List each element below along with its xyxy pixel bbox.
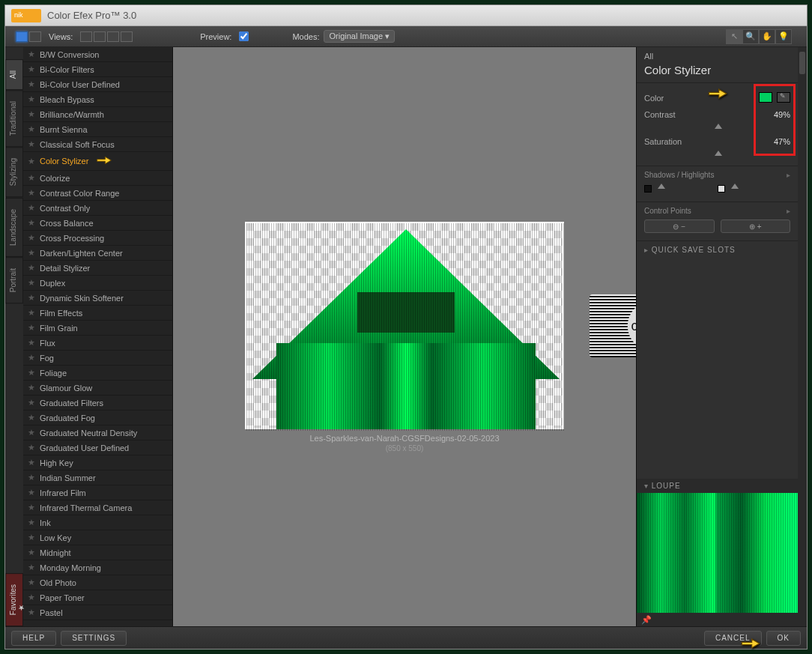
filter-item[interactable]: ★Flux xyxy=(23,336,172,351)
chevron-right-icon[interactable]: ▸ xyxy=(787,207,790,215)
filter-item[interactable]: ★Cross Processing xyxy=(23,231,172,246)
star-icon[interactable]: ★ xyxy=(28,188,35,198)
filter-item[interactable]: ★Indian Summer xyxy=(23,470,172,485)
filter-item[interactable]: ★Ink xyxy=(23,515,172,530)
star-icon[interactable]: ★ xyxy=(28,139,35,149)
filter-item[interactable]: ★Color Stylizer xyxy=(23,152,172,171)
filter-item[interactable]: ★Graduated Filters xyxy=(23,396,172,411)
layout-3[interactable] xyxy=(107,31,119,42)
remove-control-point-button[interactable]: ⊖ − xyxy=(644,219,715,233)
filter-item[interactable]: ★Monday Morning xyxy=(23,560,172,575)
view-mode-1[interactable] xyxy=(16,31,28,42)
filter-item[interactable]: ★B/W Conversion xyxy=(23,47,172,62)
zoom-tool-icon[interactable]: 🔍 xyxy=(742,29,759,44)
category-tab-landscape[interactable]: Landscape xyxy=(5,198,23,257)
category-tab-stylizing[interactable]: Stylizing xyxy=(5,147,23,197)
filter-item[interactable]: ★Fog xyxy=(23,351,172,366)
add-control-point-button[interactable]: ⊕ + xyxy=(721,219,791,233)
layout-2[interactable] xyxy=(94,31,106,42)
preview-checkbox[interactable] xyxy=(239,31,249,41)
filter-item[interactable]: ★Darken/Lighten Center xyxy=(23,246,172,261)
layout-1[interactable] xyxy=(80,31,92,42)
star-icon[interactable]: ★ xyxy=(28,278,35,288)
loupe-preview[interactable] xyxy=(637,493,798,613)
star-icon[interactable]: ★ xyxy=(28,473,35,482)
color-swatch[interactable] xyxy=(759,92,772,103)
help-button[interactable]: HELP xyxy=(11,631,56,646)
star-icon[interactable]: ★ xyxy=(28,233,35,243)
filter-item[interactable]: ★Graduated Fog xyxy=(23,411,172,426)
layout-4[interactable] xyxy=(121,31,133,42)
filter-item[interactable]: ★Contrast Only xyxy=(23,201,172,216)
star-icon[interactable]: ★ xyxy=(28,248,35,258)
chevron-right-icon[interactable]: ▸ xyxy=(787,171,790,179)
filter-item[interactable]: ★Cross Balance xyxy=(23,216,172,231)
filter-item[interactable]: ★Paper Toner xyxy=(23,590,172,605)
star-icon[interactable]: ★ xyxy=(28,563,35,572)
star-icon[interactable]: ★ xyxy=(28,578,35,587)
light-tool-icon[interactable]: 💡 xyxy=(775,29,792,44)
star-icon[interactable]: ★ xyxy=(28,64,35,74)
star-icon[interactable]: ★ xyxy=(28,428,35,437)
settings-button[interactable]: SETTINGS xyxy=(61,631,127,646)
contrast-value[interactable]: 49% xyxy=(774,110,790,119)
star-icon[interactable]: ★ xyxy=(28,323,35,333)
star-icon[interactable]: ★ xyxy=(28,49,35,59)
category-tab-portrait[interactable]: Portrait xyxy=(5,257,23,303)
filter-item[interactable]: ★Film Effects xyxy=(23,306,172,321)
star-icon[interactable]: ★ xyxy=(28,593,35,602)
star-icon[interactable]: ★ xyxy=(28,503,35,512)
star-icon[interactable]: ★ xyxy=(28,308,35,318)
filter-item[interactable]: ★Colorize xyxy=(23,171,172,186)
star-icon[interactable]: ★ xyxy=(28,263,35,273)
star-icon[interactable]: ★ xyxy=(28,218,35,228)
star-icon[interactable]: ★ xyxy=(28,173,35,183)
preview-canvas[interactable]: Les-Sparkles-van-Narah-CGSFDesigns-02-05… xyxy=(173,47,636,626)
saturation-slider[interactable] xyxy=(644,151,790,158)
ok-button[interactable]: OK xyxy=(766,631,801,646)
star-icon[interactable]: ★ xyxy=(28,79,35,89)
category-tab-traditional[interactable]: Traditional xyxy=(5,90,23,147)
filter-item[interactable]: ★Infrared Film xyxy=(23,485,172,500)
star-icon[interactable]: ★ xyxy=(28,109,35,119)
filter-item[interactable]: ★Film Grain xyxy=(23,321,172,336)
star-icon[interactable]: ★ xyxy=(28,203,35,213)
highlights-slider[interactable] xyxy=(718,184,791,194)
favorites-tab[interactable]: Favorites xyxy=(5,573,23,626)
right-scrollbar[interactable] xyxy=(798,47,807,626)
star-icon[interactable]: ★ xyxy=(28,353,35,363)
saturation-value[interactable]: 47% xyxy=(774,137,790,146)
filter-item[interactable]: ★Pastel xyxy=(23,605,172,620)
star-icon[interactable]: ★ xyxy=(28,458,35,467)
star-icon[interactable]: ★ xyxy=(28,533,35,542)
filter-item[interactable]: ★High Key xyxy=(23,455,172,470)
filter-item[interactable]: ★Dynamic Skin Softener xyxy=(23,291,172,306)
filter-item[interactable]: ★Duplex xyxy=(23,276,172,291)
filter-item[interactable]: ★Graduated Neutral Density xyxy=(23,426,172,440)
filter-item[interactable]: ★Burnt Sienna xyxy=(23,122,172,137)
filter-list[interactable]: ★B/W Conversion★Bi-Color Filters★Bi-Colo… xyxy=(23,47,173,626)
filter-item[interactable]: ★Contrast Color Range xyxy=(23,186,172,201)
filter-item[interactable]: ★Classical Soft Focus xyxy=(23,137,172,152)
filter-item[interactable]: ★Brilliance/Warmth xyxy=(23,107,172,122)
category-tab-all[interactable]: All xyxy=(5,59,23,90)
filter-item[interactable]: ★Graduated User Defined xyxy=(23,440,172,455)
arrow-tool-icon[interactable]: ↖ xyxy=(726,29,742,44)
pan-tool-icon[interactable]: ✋ xyxy=(759,29,775,44)
filter-item[interactable]: ★Foliage xyxy=(23,366,172,381)
filter-item[interactable]: ★Infrared Thermal Camera xyxy=(23,500,172,515)
star-icon[interactable]: ★ xyxy=(28,383,35,393)
shadows-slider[interactable] xyxy=(644,184,718,194)
star-icon[interactable]: ★ xyxy=(28,488,35,497)
star-icon[interactable]: ★ xyxy=(28,443,35,452)
star-icon[interactable]: ★ xyxy=(28,398,35,408)
star-icon[interactable]: ★ xyxy=(28,413,35,423)
filter-item[interactable]: ★Bi-Color Filters xyxy=(23,62,172,77)
filter-item[interactable]: ★Glamour Glow xyxy=(23,381,172,396)
pin-icon[interactable]: 📌 xyxy=(641,615,652,625)
filter-item[interactable]: ★Old Photo xyxy=(23,575,172,590)
star-icon[interactable]: ★ xyxy=(28,608,35,617)
eyedropper-icon[interactable] xyxy=(777,92,790,103)
star-icon[interactable]: ★ xyxy=(28,548,35,557)
star-icon[interactable]: ★ xyxy=(28,94,35,104)
